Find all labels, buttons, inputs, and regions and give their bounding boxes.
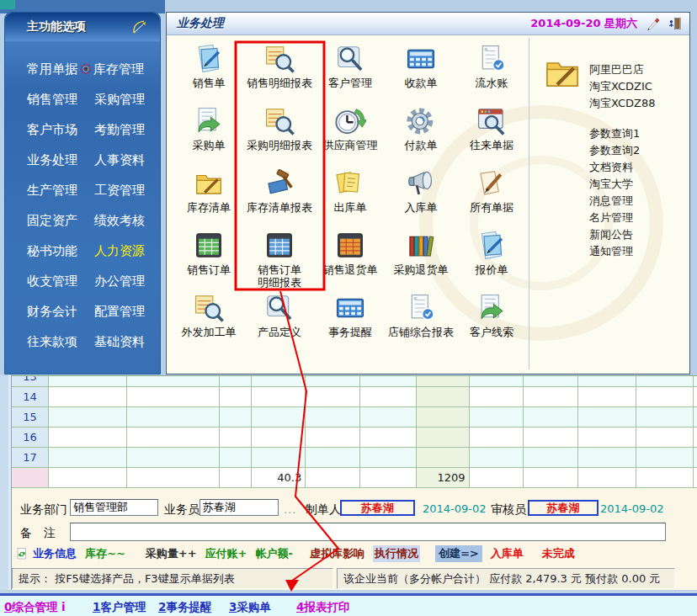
sidebar-item-basic-data[interactable]: 基础资料 [94,332,167,351]
note-input[interactable] [70,523,666,541]
tab-customer-management[interactable]: 1客户管理 [93,600,146,615]
table-cell[interactable] [524,427,578,447]
table-cell[interactable] [636,448,694,467]
table-cell[interactable] [578,387,636,406]
app-inventory-list-report[interactable]: 库存清单报表 [244,164,315,226]
table-cell[interactable] [636,427,694,447]
table-cell[interactable] [252,448,306,467]
table-cell[interactable] [578,468,636,487]
table-cell[interactable] [524,407,578,427]
table-cell[interactable] [636,407,694,427]
table-cell[interactable] [306,387,360,406]
table-cell[interactable] [360,427,417,447]
table-cell[interactable] [417,387,470,406]
row-number[interactable]: 17 [12,448,49,467]
table-cell[interactable] [127,448,221,467]
sidebar-item-performance-review[interactable]: 绩效考核 [94,211,167,230]
salesman-picker-button[interactable]: ... [284,503,296,516]
link-taobao-xcdzic[interactable]: 淘宝XCDZIC [589,78,656,95]
table-cell[interactable] [49,376,126,386]
info-purchase-qty[interactable]: 采购量++ [146,546,197,561]
tab-task-reminder[interactable]: 2事务提醒 [158,600,211,615]
table-cell[interactable] [578,448,636,467]
table-cell[interactable] [49,468,126,487]
link-taobao-xcdz88[interactable]: 淘宝XCDZ88 [589,95,656,112]
table-cell[interactable] [306,376,360,386]
table-cell[interactable] [252,376,306,386]
sidebar-item-current-accounts[interactable]: 往来款项 [27,332,94,351]
link-message-management[interactable]: 消息管理 [589,193,656,210]
table-cell[interactable] [360,376,417,386]
app-receipt-voucher[interactable]: 收款单 [386,40,456,102]
table-cell[interactable] [417,376,470,386]
table-cell[interactable] [470,387,524,406]
table-cell[interactable] [636,468,694,487]
table-cell[interactable] [470,407,524,427]
sidebar-item-office-management[interactable]: 办公管理 [94,272,167,290]
table-cell[interactable] [470,427,524,447]
pushpin-bow-icon[interactable] [131,19,148,35]
app-purchase-order[interactable]: 采购单 [173,102,244,164]
app-inventory-list[interactable]: 库存清单 [173,164,244,226]
app-product-definition[interactable]: 产品定义 [244,289,315,351]
link-taobao-university[interactable]: 淘宝大学 [589,176,656,193]
table-cell[interactable] [127,427,221,447]
table-cell[interactable] [127,468,221,487]
table-cell[interactable] [306,448,360,467]
app-sales-detail-report[interactable]: 销售明细报表 [244,40,315,102]
tab-report-print[interactable]: 4报表打印 [296,600,349,615]
table-cell[interactable] [360,407,417,427]
sidebar-item-sales-management[interactable]: 销售管理 [27,90,94,109]
table-cell[interactable] [524,376,578,386]
sidebar-item-income-expense-management[interactable]: 收支管理 [27,272,94,290]
row-number[interactable] [12,468,49,487]
table-cell[interactable] [360,387,417,406]
app-all-documents[interactable]: 所有单据 [456,164,527,226]
tab-purchase-order[interactable]: 3采购单 [229,600,271,615]
sidebar-item-financial-accounting[interactable]: 财务会计 [27,302,94,321]
app-sales-return-order[interactable]: 销售退货单 [315,226,386,289]
sidebar-item-fixed-assets[interactable]: 固定资产 [27,211,94,230]
sidebar-item-inventory-management[interactable]: 库存管理 [94,60,167,78]
table-cell[interactable]: 40.3 [252,468,306,487]
link-param-query-1[interactable]: 参数查询1 [589,125,656,142]
app-outsourcing-order[interactable]: 外发加工单 [173,289,244,351]
table-cell[interactable] [220,427,251,447]
row-number[interactable]: 14 [12,387,49,406]
sidebar-item-attendance-management[interactable]: 考勤管理 [94,120,167,139]
table-cell[interactable] [252,427,306,447]
app-payment-voucher[interactable]: 付款单 [386,102,456,164]
tab-comprehensive-management[interactable]: 0综合管理 i [4,600,66,615]
table-cell[interactable] [417,448,470,467]
link-alibaba-shop[interactable]: 阿里巴巴店 [589,61,656,78]
table-cell[interactable] [220,468,251,487]
sidebar-item-personnel-files[interactable]: 人事资料 [94,151,167,169]
table-cell[interactable] [470,448,524,467]
row-number[interactable]: 16 [12,427,49,447]
table-cell[interactable] [636,387,694,406]
table-cell[interactable] [220,376,251,386]
exit-door-icon[interactable] [668,16,683,31]
table-cell[interactable] [578,427,636,447]
table-cell[interactable] [578,407,636,427]
app-outbound-order[interactable]: 出库单 [315,164,386,226]
app-purchase-detail-report[interactable]: 采购明细报表 [244,102,315,164]
table-cell[interactable] [360,448,417,467]
app-supplier-management[interactable]: 供应商管理 [315,102,386,164]
sidebar-item-salary-management[interactable]: 工资管理 [94,181,167,199]
link-business-card-management[interactable]: 名片管理 [589,210,656,226]
link-document-materials[interactable]: 文档资料 [589,159,656,176]
table-cell[interactable] [252,407,306,427]
info-virtual-stock-impact[interactable]: 虚拟库影响 [310,546,364,561]
sidebar-item-production-management[interactable]: 生产管理 [27,181,94,199]
table-cell[interactable] [220,448,251,467]
info-payable-plus[interactable]: 应付账+ [205,546,247,561]
dept-input[interactable] [70,499,158,516]
info-execution-status[interactable]: 执行情况 [373,545,420,562]
app-sales-order-detail-report[interactable]: 销售订单明细报表 [244,226,315,289]
app-sales-order[interactable]: 销售单 [173,40,244,102]
table-cell[interactable] [417,407,470,427]
link-param-query-2[interactable]: 参数查询2 [589,142,656,159]
table-cell[interactable] [127,407,221,427]
table-cell[interactable]: 1209 [417,468,470,487]
